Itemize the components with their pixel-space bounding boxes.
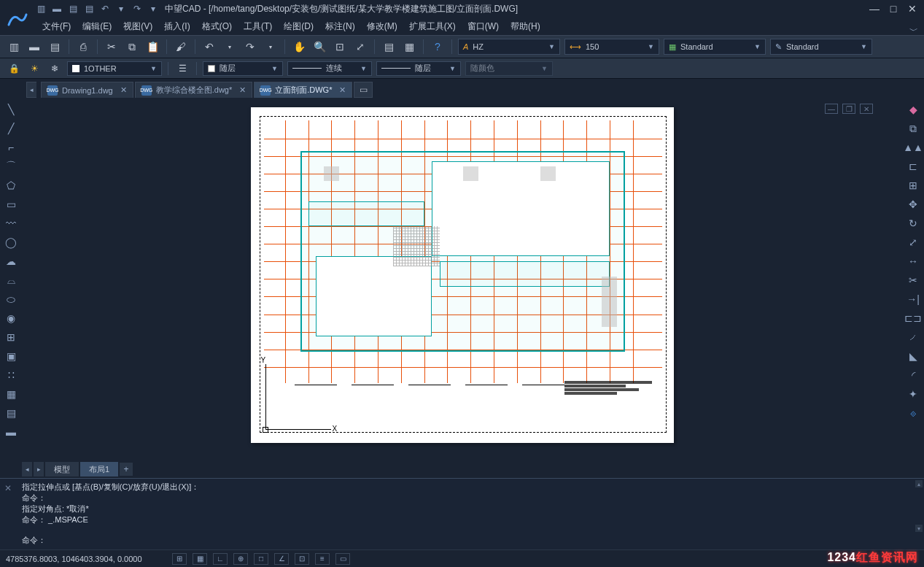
- break-tool-icon[interactable]: ⊏⊐: [906, 311, 920, 325]
- command-input[interactable]: 命令：: [22, 533, 914, 547]
- polar-toggle-icon[interactable]: ⊕: [233, 553, 248, 565]
- dim-style-combo[interactable]: ⟷ 150 ▼: [564, 39, 659, 55]
- menu-file[interactable]: 文件(F): [38, 19, 75, 34]
- hatch-tool-icon[interactable]: ▦: [4, 387, 18, 401]
- chevron-down-icon[interactable]: ▾: [263, 39, 279, 55]
- minimize-button[interactable]: —: [866, 1, 883, 16]
- layout-nav-right[interactable]: ▸: [34, 462, 44, 477]
- move-tool-icon[interactable]: ✥: [906, 197, 920, 212]
- close-tab-icon[interactable]: ✕: [239, 85, 246, 95]
- menu-view[interactable]: 视图(V): [119, 19, 157, 34]
- spline-tool-icon[interactable]: 〰: [4, 216, 18, 231]
- circle-tool-icon[interactable]: ◯: [4, 235, 18, 250]
- trim-tool-icon[interactable]: ✂: [906, 273, 920, 288]
- arc-tool-icon[interactable]: ⌒: [4, 159, 18, 174]
- block-tool-icon[interactable]: ⊞: [4, 330, 18, 344]
- document-tab[interactable]: DWG Drawing1.dwg ✕: [41, 82, 133, 98]
- explode-tool-icon[interactable]: ✦: [906, 387, 920, 401]
- mirror-tool-icon[interactable]: ▲▲: [906, 140, 920, 155]
- zoom-extents-icon[interactable]: ⤢: [352, 39, 368, 55]
- chevron-down-icon[interactable]: ▾: [147, 3, 159, 15]
- paste-icon[interactable]: 📋: [144, 39, 160, 55]
- copy-tool-icon[interactable]: ⧉: [906, 121, 920, 136]
- menu-window[interactable]: 窗口(W): [463, 19, 503, 34]
- chamfer-tool-icon[interactable]: ◣: [906, 349, 920, 363]
- menu-dim[interactable]: 标注(N): [321, 19, 360, 34]
- tab-nav-left[interactable]: ◂: [26, 82, 36, 98]
- scroll-up-icon[interactable]: ▴: [915, 480, 923, 487]
- pan-icon[interactable]: ✋: [291, 39, 307, 55]
- lwt-toggle-icon[interactable]: ≡: [315, 553, 330, 565]
- add-layout-button[interactable]: +: [120, 463, 133, 476]
- redo-icon[interactable]: ↷: [242, 39, 258, 55]
- model-tab[interactable]: 模型: [45, 462, 79, 477]
- layer-lock-icon[interactable]: 🔒: [6, 61, 22, 77]
- new-icon[interactable]: ▥: [6, 39, 22, 55]
- chevron-down-icon[interactable]: ▾: [222, 39, 238, 55]
- otrack-toggle-icon[interactable]: ∠: [274, 553, 289, 565]
- menu-draw[interactable]: 绘图(D): [279, 19, 318, 34]
- redo-qat-icon[interactable]: ↷: [131, 3, 143, 15]
- revcloud-tool-icon[interactable]: ☁: [4, 254, 18, 269]
- point-tool-icon[interactable]: ∷: [4, 368, 18, 382]
- ribbon-collapse-icon[interactable]: ﹀: [909, 25, 918, 37]
- table-style-combo[interactable]: ▦ Standard ▼: [664, 39, 766, 55]
- polyline-tool-icon[interactable]: ⌐: [4, 140, 18, 155]
- donut-tool-icon[interactable]: ◉: [4, 311, 18, 325]
- menu-modify[interactable]: 修改(M): [362, 19, 402, 34]
- osnap-toggle-icon[interactable]: □: [254, 553, 268, 565]
- stretch-tool-icon[interactable]: ↔: [906, 254, 920, 269]
- close-button[interactable]: ✕: [904, 1, 921, 16]
- cut-icon[interactable]: ✂: [104, 39, 120, 55]
- help-icon[interactable]: ?: [430, 39, 446, 55]
- new-tab-button[interactable]: ▭: [354, 82, 373, 98]
- linetype-combo[interactable]: 连续 ▼: [287, 61, 372, 76]
- cmd-scrollbar[interactable]: ▴ ▾: [915, 480, 923, 548]
- command-tool-icon[interactable]: ⟐: [906, 406, 920, 420]
- model-toggle-icon[interactable]: ▭: [335, 553, 350, 565]
- app-logo[interactable]: [4, 7, 31, 34]
- gradient-tool-icon[interactable]: ▤: [4, 406, 18, 420]
- dyn-toggle-icon[interactable]: ⊡: [295, 553, 309, 565]
- copy-icon[interactable]: ⧉: [124, 39, 140, 55]
- polygon-tool-icon[interactable]: ⬠: [4, 178, 18, 193]
- close-tab-icon[interactable]: ✕: [120, 85, 127, 95]
- print-icon[interactable]: ⎙: [75, 39, 91, 55]
- scale-tool-icon[interactable]: ⤢: [906, 235, 920, 250]
- rotate-tool-icon[interactable]: ↻: [906, 216, 920, 231]
- color-combo[interactable]: 随层 ▼: [203, 61, 283, 76]
- layout1-tab[interactable]: 布局1: [80, 462, 118, 477]
- ellipse-tool-icon[interactable]: ⬭: [4, 292, 18, 306]
- command-history[interactable]: 指定拉伸点或 [基点(B)/复制(C)/放弃(U)/退出(X)]： 命令： 指定…: [22, 482, 914, 532]
- zoom-icon[interactable]: 🔍: [311, 39, 327, 55]
- ellipse-arc-icon[interactable]: ⌓: [4, 273, 18, 288]
- drawing-canvas[interactable]: — ❐ ✕: [22, 98, 902, 459]
- extend-tool-icon[interactable]: →|: [906, 292, 920, 306]
- menu-ext[interactable]: 扩展工具(X): [405, 19, 460, 34]
- plotstyle-combo[interactable]: 随颜色 ▼: [465, 61, 553, 76]
- menu-edit[interactable]: 编辑(E): [78, 19, 116, 34]
- region-tool-icon[interactable]: ▬: [4, 425, 18, 439]
- chevron-down-icon[interactable]: ▾: [115, 3, 127, 15]
- grid-toggle-icon[interactable]: ▦: [193, 553, 207, 565]
- lineweight-combo[interactable]: 随层 ▼: [376, 61, 461, 76]
- layer-combo[interactable]: 1OTHER ▼: [67, 61, 162, 76]
- menu-insert[interactable]: 插入(I): [160, 19, 194, 34]
- menu-help[interactable]: 帮助(H): [506, 19, 545, 34]
- undo-icon[interactable]: ↶: [201, 39, 217, 55]
- document-tab[interactable]: DWG 立面剖面.DWG* ✕: [254, 82, 352, 98]
- close-tab-icon[interactable]: ✕: [339, 85, 346, 95]
- snap-toggle-icon[interactable]: ⊞: [172, 553, 187, 565]
- text-style-combo[interactable]: A HZ ▼: [458, 39, 560, 55]
- insert-tool-icon[interactable]: ▣: [4, 349, 18, 363]
- save-ribbon-icon[interactable]: ▤: [47, 39, 63, 55]
- open-icon[interactable]: ▬: [26, 39, 42, 55]
- maximize-button[interactable]: □: [885, 1, 902, 16]
- style-combo[interactable]: ✎ Standard ▼: [770, 39, 872, 55]
- rectangle-tool-icon[interactable]: ▭: [4, 197, 18, 212]
- undo-qat-icon[interactable]: ↶: [99, 3, 111, 15]
- layer-manager-icon[interactable]: ☰: [174, 61, 190, 77]
- new-file-icon[interactable]: ▥: [35, 3, 47, 15]
- array-tool-icon[interactable]: ⊞: [906, 178, 920, 193]
- fillet-tool-icon[interactable]: ◜: [906, 368, 920, 382]
